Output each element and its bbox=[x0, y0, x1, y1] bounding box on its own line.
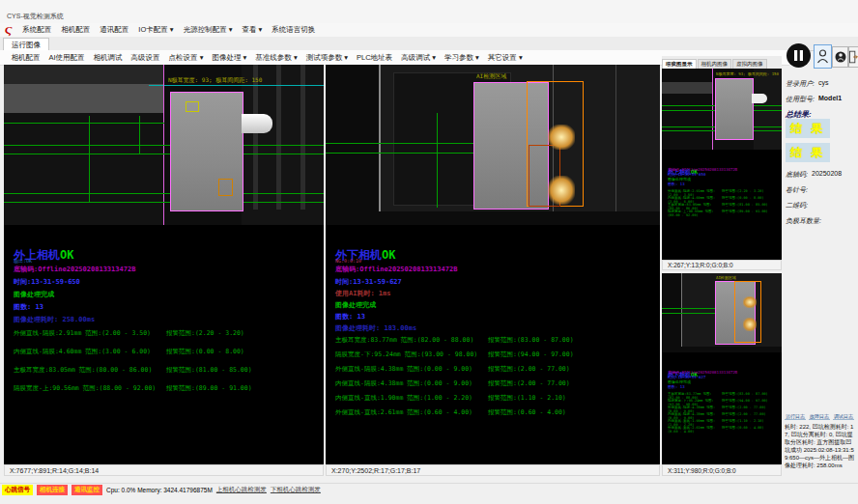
machine-stripe bbox=[253, 65, 258, 210]
thumb-measurements: 主极耳宽度:83.77mm 范围:(82.00 - 88.00) 报警范围:(8… bbox=[668, 392, 768, 433]
measurement-value: 内侧直线-隔膜:4.60mm 范围:(3.00 - 6.00) bbox=[668, 196, 722, 203]
camera-right-subtitle: NG:0:0:10 bbox=[335, 258, 361, 264]
upper-camera-heartbeat-link[interactable]: 上相机心跳检测发 bbox=[216, 486, 267, 494]
menu-item[interactable]: 相机配置 bbox=[56, 25, 95, 35]
measurement-row: 内侧直线-隔膜:4.60mm 范围:(3.00 - 6.00) 报警范围:(0.… bbox=[14, 348, 252, 366]
measurement-alarm: 报警范围:(2.00 - 77.00) bbox=[722, 406, 766, 412]
exit-door-icon bbox=[849, 49, 858, 65]
machine-stripe bbox=[300, 65, 305, 210]
model-value: Model1 bbox=[818, 95, 842, 101]
measurement-value: 内侧直线-直线:1.90mm 范围:(1.00 - 2.20) bbox=[335, 394, 488, 408]
measurement-row: 隔膜宽度-上:90.56mm 范围:(88.00 - 92.00) 报警范围:(… bbox=[668, 210, 768, 216]
toolbar-item[interactable]: 学习参数 ▾ bbox=[440, 53, 483, 63]
menu-item[interactable]: 系统配置 bbox=[17, 25, 56, 35]
toolbar-item[interactable]: AI使用配置 bbox=[44, 53, 89, 63]
bottom-status-bar: 心跳信号 相机连接 通讯监控 Cpu: 0.0% Memory: 3424.41… bbox=[0, 483, 858, 496]
measurement-row: 内侧直线-隔膜:4.38mm 范围:(0.00 - 9.00) 报警范围:(2.… bbox=[668, 412, 768, 419]
measurement-alarm: 报警范围:(0.00 - 8.00) bbox=[722, 196, 764, 203]
login-user-value: cys bbox=[818, 79, 829, 86]
pin-number-label: 卷针号: bbox=[786, 185, 808, 195]
main-tab-row: 运行图像 bbox=[0, 37, 858, 51]
electrode-block bbox=[715, 78, 754, 140]
log-tab[interactable]: 运行日志 bbox=[785, 413, 806, 420]
measurement-row: 内侧直线-直线:1.90mm 范围:(1.00 - 2.20) 报警范围:(1.… bbox=[668, 419, 768, 426]
camera-right-time: 时间:13-31-59-627 bbox=[335, 277, 402, 287]
measurement-row: 内侧直线-隔膜:4.38mm 范围:(0.00 - 9.00) 报警范围:(2.… bbox=[335, 379, 574, 394]
measurement-row: 隔膜宽度-上:90.56mm 范围:(88.00 - 92.00) 报警范围:(… bbox=[14, 384, 252, 403]
metal-clip bbox=[242, 114, 272, 133]
camera-right-done: 图像处理完成 bbox=[335, 300, 376, 310]
machine-band bbox=[4, 113, 164, 225]
menu-item[interactable]: 光源控制配置 ▾ bbox=[179, 25, 238, 35]
axis-code-value: 20250208 bbox=[812, 170, 842, 177]
menu-item[interactable]: 通讯配置 bbox=[95, 25, 133, 35]
toolbar-item[interactable]: 相机配置 bbox=[7, 53, 44, 63]
measurement-alarm: 报警范围:(94.00 - 97.00) bbox=[722, 399, 768, 406]
measurement-value: 内侧直线-隔膜:4.38mm 范围:(0.00 - 9.00) bbox=[668, 412, 722, 419]
result-box-upper: 结 果 bbox=[786, 119, 830, 138]
toolbar-item[interactable]: 点检设置 ▾ bbox=[164, 53, 208, 63]
log-text: 耗时: 222, 凹坑检测耗时: 17, 凹坑分离耗时: 0, 凹坑提取分区耗时… bbox=[785, 423, 854, 469]
measurement-value: 主极耳宽度:83.05mm 范围:(80.00 - 86.00) bbox=[668, 203, 722, 210]
toolbar-items: 相机配置AI使用配置相机调试高级设置点检设置 ▾图像处理 ▾基准线参数 ▾测试项… bbox=[7, 53, 527, 63]
measurement-value: 内侧直线-隔膜:4.60mm 范围:(3.00 - 6.00) bbox=[14, 348, 166, 366]
menu-item[interactable]: 查看 ▾ bbox=[237, 25, 267, 35]
thumb-tab-virtual[interactable]: 虚拟内图像 bbox=[732, 59, 767, 69]
result-ok: OK bbox=[382, 248, 395, 262]
user-button[interactable] bbox=[814, 44, 832, 69]
measurement-row: 主极耳宽度:83.77mm 范围:(82.00 - 88.00) 报警范围:(8… bbox=[335, 336, 574, 350]
measurement-alarm: 报警范围:(81.00 - 85.00) bbox=[166, 366, 252, 384]
title-bar: CYS-视觉检测系统 bbox=[0, 0, 858, 24]
camera-left-subtitle: 输出:OK bbox=[14, 258, 32, 264]
negative-tab-count-label: 负极耳数量: bbox=[786, 216, 821, 226]
toolbar-item[interactable]: PLC地址表 bbox=[353, 53, 397, 63]
log-tab[interactable]: 调试日志 bbox=[833, 413, 854, 420]
green-measure-line bbox=[139, 116, 140, 154]
log-tab[interactable]: 故障日志 bbox=[809, 413, 830, 420]
measurement-alarm: 报警范围:(2.20 - 3.20) bbox=[166, 329, 244, 348]
highlight-glow bbox=[548, 176, 575, 205]
measurement-alarm: 报警范围:(0.60 - 4.00) bbox=[722, 426, 764, 433]
measurement-value: 隔膜宽度-上:90.56mm 范围:(88.00 - 92.00) bbox=[14, 384, 166, 403]
toolbar-item[interactable]: 基准线参数 ▾ bbox=[251, 53, 301, 63]
ai-region-box bbox=[734, 281, 761, 343]
green-measure-line bbox=[89, 116, 90, 203]
measurement-row: 外侧直线-隔膜:2.91mm 范围:(2.00 - 3.50) 报警范围:(2.… bbox=[14, 329, 252, 348]
pause-button[interactable] bbox=[786, 42, 812, 69]
annotation-box bbox=[218, 179, 233, 196]
measurement-value: 主极耳宽度:83.77mm 范围:(82.00 - 88.00) bbox=[335, 336, 488, 350]
highlight-glow bbox=[743, 318, 757, 331]
exit-button[interactable] bbox=[848, 46, 858, 68]
camera-right-statusbar: X:270;Y:2502;R:17;G:17;B:17 bbox=[326, 464, 660, 476]
thumb-bottom-image: AI检测区域 bbox=[662, 273, 782, 352]
thumb-bottom-panel: AI检测区域 外下相机OK 底轴码:Offline202502081331347… bbox=[662, 273, 782, 464]
menu-item[interactable]: IO卡配置 ▾ bbox=[133, 25, 178, 35]
camera-left-image: N极耳宽度: 93; 极耳间间距: 150 bbox=[4, 65, 324, 225]
admin-button[interactable] bbox=[832, 46, 848, 68]
lower-camera-heartbeat-link[interactable]: 下相机心跳检测发 bbox=[271, 486, 321, 494]
toolbar-item[interactable]: 图像处理 ▾ bbox=[208, 53, 251, 63]
measurement-alarm: 报警范围:(89.00 - 91.00) bbox=[166, 384, 252, 403]
log-tab-bar: 运行日志故障日志调试日志 bbox=[785, 413, 854, 420]
axis-code-label: 底轴码: bbox=[786, 170, 808, 180]
measurement-row: 外侧直线-直线:2.61mm 范围:(0.60 - 4.00) 报警范围:(0.… bbox=[668, 426, 768, 433]
measurement-value: 内侧直线-隔膜:4.38mm 范围:(0.00 - 9.00) bbox=[335, 379, 488, 394]
toolbar-item[interactable]: 测试项参数 ▾ bbox=[301, 53, 352, 63]
camera-left-time: 时间:13-31-59-650 bbox=[14, 277, 80, 287]
camera-left-panel: N极耳宽度: 93; 极耳间间距: 150 外上相机OK 输出:OK 底轴码:O… bbox=[4, 65, 324, 464]
machine-band bbox=[754, 69, 782, 150]
thumb-tab-camera[interactable]: 相机内图像 bbox=[698, 59, 732, 69]
camera-left-elapsed: 图像处理耗时: 258.00ms bbox=[14, 315, 95, 324]
toolbar-item[interactable]: 其它设置 ▾ bbox=[483, 53, 527, 63]
toolbar-item[interactable]: 高级调试 ▾ bbox=[397, 53, 441, 63]
toolbar-item[interactable]: 高级设置 bbox=[127, 53, 164, 63]
menu-item[interactable]: 系统语言切换 bbox=[267, 25, 320, 35]
toolbar-item[interactable]: 相机调试 bbox=[89, 53, 127, 63]
measurement-alarm: 报警范围:(0.60 - 4.00) bbox=[488, 408, 566, 423]
measurement-alarm: 报警范围:(2.00 - 77.00) bbox=[722, 412, 766, 419]
measurement-value: 外侧直线-直线:2.61mm 范围:(0.60 - 4.00) bbox=[335, 408, 488, 423]
tab-run-image[interactable]: 运行图像 bbox=[3, 38, 49, 51]
thumb-tab-defect[interactable]: 瑕疵图显示 bbox=[662, 59, 697, 69]
image-annotation: N极耳宽度: 93; 极耳间间距: 150 bbox=[716, 71, 779, 76]
measurement-alarm: 报警范围:(1.10 - 2.10) bbox=[722, 419, 764, 426]
